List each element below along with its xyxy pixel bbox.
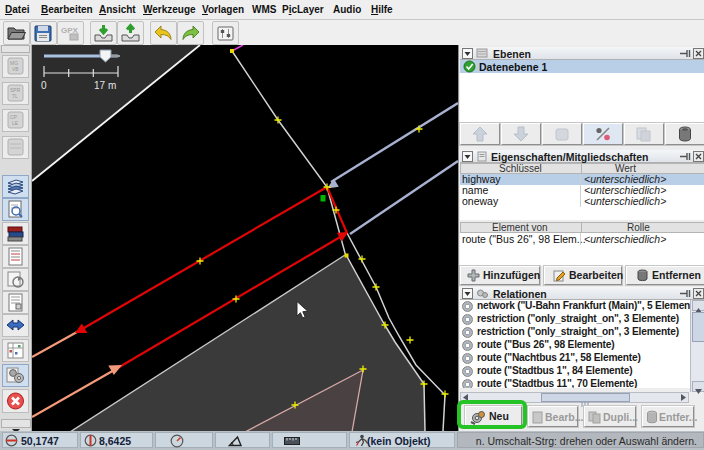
svg-text:VB: VB xyxy=(12,66,19,72)
svg-text:17 m: 17 m xyxy=(94,80,116,91)
svg-text:TL: TL xyxy=(12,93,18,99)
svg-text:0: 0 xyxy=(41,80,47,91)
svg-text:LE: LE xyxy=(12,120,19,126)
